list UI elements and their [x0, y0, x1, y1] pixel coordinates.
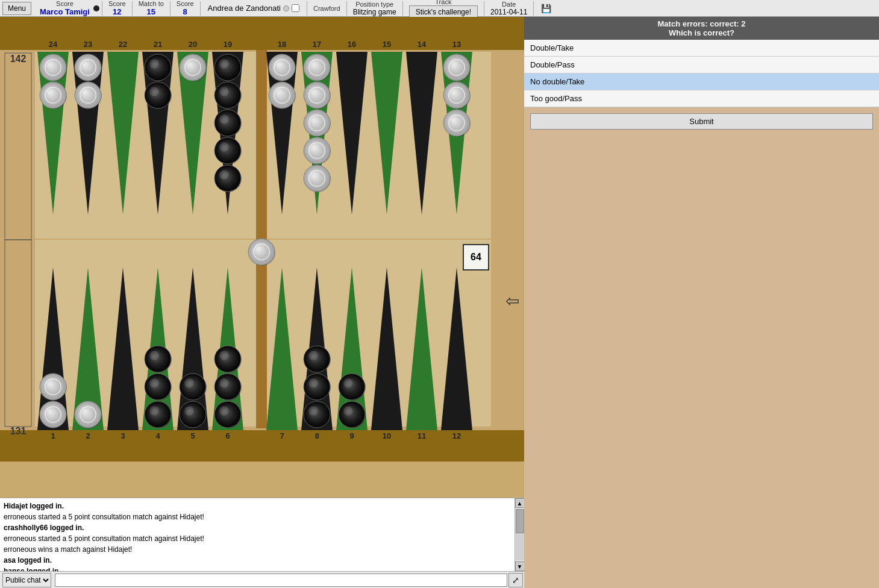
- right-panel-header: Match errors: correct: 2 Which is correc…: [524, 17, 879, 40]
- track-label: Track: [435, 0, 451, 5]
- answer-option-opt1[interactable]: Double/Take: [524, 40, 879, 57]
- cube-value: 64: [471, 252, 481, 263]
- chat-message: erroneous started a 5 point consultation…: [4, 533, 511, 544]
- player2-score: 8: [183, 7, 187, 16]
- chat-message: crashholly66 logged in.: [4, 522, 511, 533]
- crawford-label: Crawford: [313, 5, 340, 12]
- errors-text: Match errors: correct: 2: [524, 19, 879, 28]
- board-area: 64 ⇦ Hidajet logged in.erroneous started…: [0, 17, 524, 588]
- player1-info: Score Marco Tamigi: [36, 0, 93, 16]
- chat-input[interactable]: [55, 574, 507, 587]
- sep3: [170, 1, 170, 16]
- scroll-track: [516, 509, 524, 560]
- chat-message: hanse logged in.: [4, 566, 511, 571]
- chat-expand-button[interactable]: ⤢: [508, 573, 523, 587]
- scroll-thumb[interactable]: [516, 509, 524, 533]
- track-col: Track Stick's challenge!: [405, 0, 481, 19]
- sep5: [307, 1, 307, 16]
- scroll-down-button[interactable]: ▼: [515, 561, 525, 571]
- chat-message: Hidajet logged in.: [4, 501, 511, 511]
- main-layout: 64 ⇦ Hidajet logged in.erroneous started…: [0, 17, 879, 588]
- menu-button[interactable]: Menu: [2, 2, 31, 15]
- score-label3: Score: [177, 0, 194, 7]
- sep8: [484, 1, 484, 16]
- submit-button[interactable]: Submit: [530, 113, 873, 130]
- match-to-label: Match to: [139, 0, 164, 7]
- chat-message: asa logged in.: [4, 555, 511, 566]
- scroll-up-button[interactable]: ▲: [515, 498, 525, 508]
- undo-arrow[interactable]: ⇦: [505, 291, 519, 311]
- player2-info: Andrea de Zandonati: [203, 4, 304, 13]
- chat-message: erroneous wins a match against Hidajet!: [4, 544, 511, 555]
- chat-scrollbar[interactable]: ▲ ▼: [515, 498, 524, 571]
- sep6: [346, 1, 347, 16]
- answer-options: Double/TakeDouble/PassNo double/TakeToo …: [524, 40, 879, 107]
- chat-messages: Hidajet logged in.erroneous started a 5 …: [0, 498, 515, 571]
- crawford-col: Crawford: [310, 5, 344, 12]
- chat-bottom-bar: Public chat ⤢: [0, 571, 524, 588]
- match-to-value: 15: [146, 7, 155, 16]
- player1-color-dot: [93, 5, 99, 11]
- chat-channel-select[interactable]: Public chat: [2, 573, 51, 587]
- right-panel: Match errors: correct: 2 Which is correc…: [524, 17, 879, 588]
- player1-score-col: Score 12: [105, 0, 130, 16]
- answer-option-opt2[interactable]: Double/Pass: [524, 57, 879, 74]
- player2-color-dot: [283, 5, 289, 11]
- answer-option-opt4[interactable]: Too good/Pass: [524, 90, 879, 107]
- player1-name: Marco Tamigi: [40, 7, 90, 16]
- score-label: Score: [56, 0, 74, 7]
- board-canvas: [0, 17, 524, 461]
- doubling-cube[interactable]: 64: [463, 244, 489, 271]
- score-label2: Score: [108, 0, 126, 7]
- position-type-value: Blitzing game: [353, 8, 396, 16]
- expand-icon: ⤢: [512, 575, 519, 585]
- question-text: Which is correct?: [524, 28, 879, 37]
- date-col: Date 2011-04-11: [487, 1, 531, 16]
- date-value: 2011-04-11: [490, 8, 527, 16]
- top-bar: Menu Score Marco Tamigi Score 12 Match t…: [0, 0, 879, 17]
- sep9: [533, 1, 534, 16]
- sep2: [132, 1, 133, 16]
- player1-score: 12: [113, 7, 121, 16]
- date-label: Date: [502, 1, 516, 8]
- chat-message: erroneous started a 5 point consultation…: [4, 511, 511, 522]
- save-icon[interactable]: 💾: [536, 4, 556, 13]
- player2-name: Andrea de Zandonati: [208, 4, 281, 13]
- answer-option-opt3[interactable]: No double/Take: [524, 74, 879, 90]
- sep7: [402, 1, 403, 16]
- crawford-checkbox[interactable]: [292, 4, 299, 12]
- position-type-col: Position type Blitzing game: [349, 1, 400, 16]
- chat-area: Hidajet logged in.erroneous started a 5 …: [0, 498, 524, 588]
- player2-score-col: Score 8: [173, 0, 198, 16]
- sep1: [102, 1, 102, 16]
- sep4: [200, 1, 201, 16]
- match-to-col: Match to 15: [135, 0, 167, 16]
- position-type-label: Position type: [355, 1, 393, 8]
- backgammon-board[interactable]: 64 ⇦: [0, 17, 524, 498]
